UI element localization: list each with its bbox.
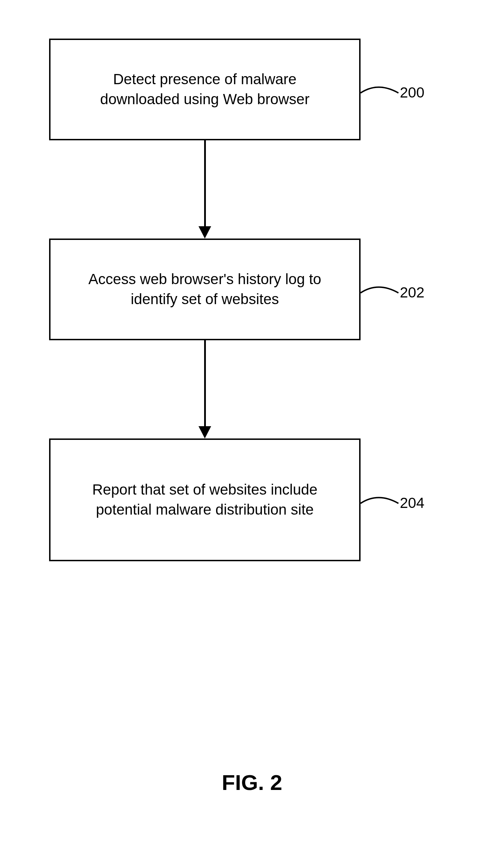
ref-number-1: 200 bbox=[400, 84, 424, 101]
figure-title: FIG. 2 bbox=[0, 770, 504, 795]
ref-number-3: 204 bbox=[400, 495, 424, 511]
flow-box-text: Report that set of websites include pote… bbox=[72, 480, 338, 520]
tick-connector-2 bbox=[361, 281, 401, 305]
flow-box-text: Detect presence of malware downloaded us… bbox=[72, 69, 338, 109]
arrow-1-to-2 bbox=[201, 140, 208, 239]
arrow-head bbox=[199, 426, 211, 438]
flow-box-text: Access web browser's history log to iden… bbox=[72, 269, 338, 309]
ref-number-2: 202 bbox=[400, 284, 424, 301]
tick-connector-3 bbox=[361, 491, 401, 516]
arrow-line bbox=[204, 140, 206, 228]
tick-connector-1 bbox=[361, 81, 401, 105]
arrow-2-to-3 bbox=[201, 340, 208, 438]
flow-box-access: Access web browser's history log to iden… bbox=[49, 239, 361, 340]
flow-box-detect: Detect presence of malware downloaded us… bbox=[49, 39, 361, 140]
arrow-head bbox=[199, 226, 211, 239]
arrow-line bbox=[204, 340, 206, 428]
flow-box-report: Report that set of websites include pote… bbox=[49, 438, 361, 561]
